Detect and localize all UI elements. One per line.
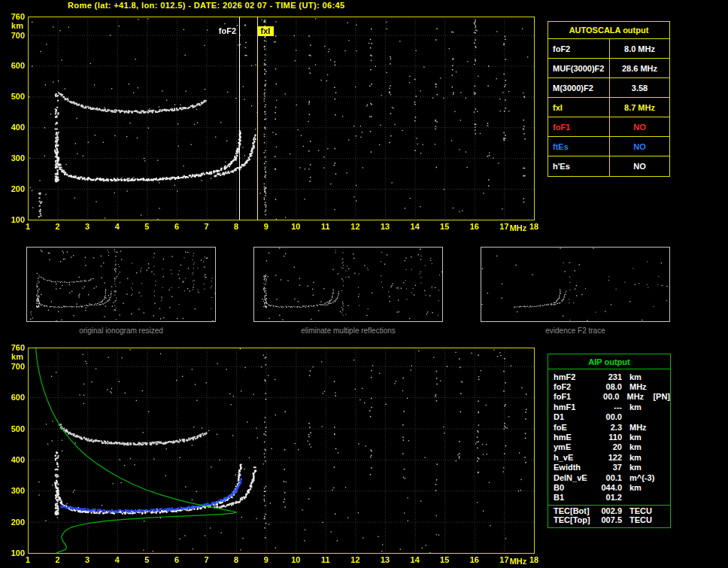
param-name: ymE bbox=[548, 442, 595, 451]
param-unit: MHz bbox=[622, 382, 651, 391]
param-value: 044.0 bbox=[595, 483, 622, 492]
param-unit: km bbox=[622, 372, 651, 381]
param-value: 00.1 bbox=[595, 473, 622, 482]
param-value: 8.0 MHz bbox=[610, 39, 669, 58]
table-row-m3000f2: M(3000)F2 3.58 bbox=[548, 78, 669, 98]
param-name: foF1 bbox=[548, 392, 593, 401]
table-row-hmF1: hmF1 --- km bbox=[548, 402, 670, 412]
table-row-B0: B0 044.0 km bbox=[548, 482, 670, 492]
param-name: h_vE bbox=[548, 453, 595, 462]
table-row-h-vE: h_vE 122 km bbox=[548, 452, 670, 462]
param-name: hmF2 bbox=[548, 372, 595, 381]
param-value: 37 bbox=[595, 463, 622, 472]
param-name: D1 bbox=[548, 412, 595, 421]
param-value: 110 bbox=[595, 433, 622, 442]
param-unit: TECU bbox=[622, 515, 651, 524]
param-value: NO bbox=[610, 137, 669, 156]
table-row-TEC-top: TEC[Top] 007.5 TECU bbox=[548, 515, 670, 524]
table-row-muf3000f2: MUF(3000)F2 28.6 MHz bbox=[548, 59, 669, 78]
panel-caption: original ionogram resized bbox=[26, 327, 216, 335]
panel-original-ionogram bbox=[26, 247, 216, 322]
param-value: NO bbox=[610, 117, 669, 136]
table-row-fxI: fxI 8.7 MHz bbox=[548, 98, 669, 117]
table-row-hmF2: hmF2 231 km bbox=[548, 372, 670, 381]
param-value: 122 bbox=[595, 453, 622, 462]
param-value: 00.0 bbox=[595, 412, 622, 421]
table-row-foF1: foF1 00.0 MHz [PN] bbox=[548, 392, 670, 402]
param-value: 2.3 bbox=[595, 423, 622, 432]
param-name: foF2 bbox=[548, 382, 595, 391]
aip-output-table: AIP output hmF2 231 km foF2 08.0 MHz foF… bbox=[548, 354, 671, 528]
table-row-hEs: h'Es NO bbox=[548, 156, 669, 176]
param-unit: km bbox=[622, 442, 651, 451]
param-unit: m^(-3) bbox=[622, 473, 651, 482]
param-label: foF1 bbox=[548, 117, 610, 136]
param-unit: km bbox=[622, 453, 651, 462]
param-tag: [PN] bbox=[647, 392, 670, 401]
panel-f2-trace-evidence bbox=[481, 247, 670, 322]
param-name: foE bbox=[548, 423, 595, 432]
param-value: 08.0 bbox=[595, 382, 622, 391]
panel-multiple-reflections-removed bbox=[253, 247, 443, 322]
table-row-DelN-vE: DelN_vE 00.1 m^(-3) bbox=[548, 472, 670, 482]
param-unit: MHz bbox=[622, 423, 651, 432]
table-row-ftEs: ftEs NO bbox=[548, 137, 669, 156]
param-name: Ewidth bbox=[548, 463, 595, 472]
aip-table-title: AIP output bbox=[548, 354, 670, 369]
param-name: TEC[Bot] bbox=[548, 506, 595, 515]
param-value: 00.0 bbox=[593, 392, 620, 401]
table-row-foF2: foF2 8.0 MHz bbox=[548, 39, 669, 59]
table-row-foF2: foF2 08.0 MHz bbox=[548, 381, 670, 391]
param-unit: km bbox=[622, 433, 651, 442]
table-row-Ewidth: Ewidth 37 km bbox=[548, 463, 670, 472]
autoscala-output-table: AUTOSCALA output foF2 8.0 MHz MUF(3000)F… bbox=[548, 21, 670, 177]
table-row-ymE: ymE 20 km bbox=[548, 442, 670, 452]
param-value: --- bbox=[595, 402, 622, 412]
param-value: 002.9 bbox=[595, 506, 622, 515]
param-unit: km bbox=[622, 402, 651, 412]
param-unit: km bbox=[622, 483, 651, 492]
param-name: B0 bbox=[548, 483, 595, 492]
param-value: 28.6 MHz bbox=[610, 59, 669, 77]
param-label: fxI bbox=[548, 98, 610, 117]
table-row-hmE: hmE 110 km bbox=[548, 432, 670, 442]
table-row-B1: B1 01.2 bbox=[548, 493, 670, 503]
param-unit: MHz bbox=[619, 392, 647, 401]
param-label: foF2 bbox=[548, 39, 610, 58]
param-value: 01.2 bbox=[595, 493, 622, 502]
param-value: 20 bbox=[595, 442, 622, 451]
param-label: ftEs bbox=[548, 137, 610, 156]
panel-caption: eliminate multiple reflections bbox=[253, 327, 443, 335]
param-label: MUF(3000)F2 bbox=[548, 59, 610, 77]
param-value: 007.5 bbox=[595, 515, 622, 524]
param-name: TEC[Top] bbox=[548, 515, 595, 524]
param-name: DelN_vE bbox=[548, 473, 595, 482]
param-unit: km bbox=[622, 463, 651, 472]
page-title: Rome (lat: +41.8, lon: 012.5) - DATE: 20… bbox=[68, 1, 345, 10]
table-row-TEC-bot: TEC[Bot] 002.9 TECU bbox=[548, 505, 670, 515]
param-label: h'Es bbox=[548, 156, 610, 176]
param-name: B1 bbox=[548, 493, 595, 502]
table-row-foF1: foF1 NO bbox=[548, 117, 669, 137]
profile-ionogram-chart bbox=[0, 342, 541, 568]
table-row-foE: foE 2.3 MHz bbox=[548, 422, 670, 432]
param-label: M(3000)F2 bbox=[548, 78, 610, 97]
table-row-D1: D1 00.0 bbox=[548, 412, 670, 422]
scaled-ionogram-chart bbox=[0, 11, 541, 236]
param-value: 231 bbox=[595, 372, 622, 381]
param-name: hmF1 bbox=[548, 402, 595, 412]
param-name: hmE bbox=[548, 433, 595, 442]
autoscala-table-title: AUTOSCALA output bbox=[548, 22, 669, 39]
panel-caption: evidence F2 trace bbox=[481, 327, 670, 335]
param-unit: TECU bbox=[622, 506, 651, 515]
param-value: NO bbox=[610, 156, 669, 176]
param-value: 8.7 MHz bbox=[610, 98, 669, 117]
param-value: 3.58 bbox=[610, 78, 669, 97]
